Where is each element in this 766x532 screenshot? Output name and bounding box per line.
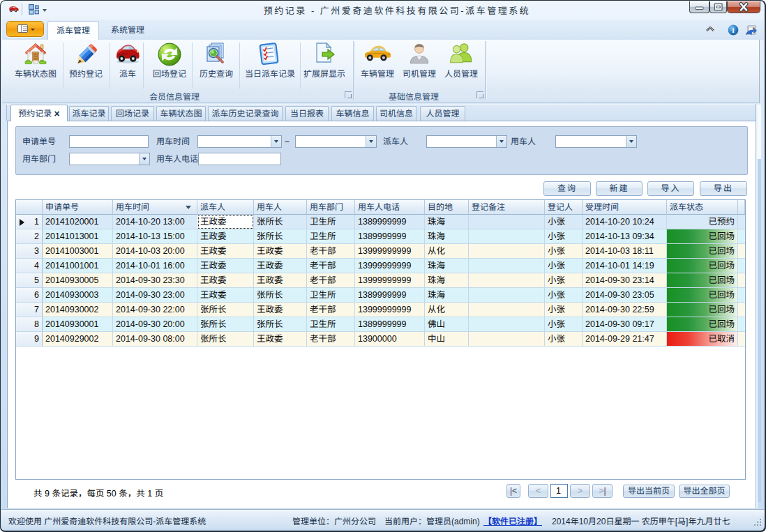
svg-text:i: i <box>732 26 734 34</box>
